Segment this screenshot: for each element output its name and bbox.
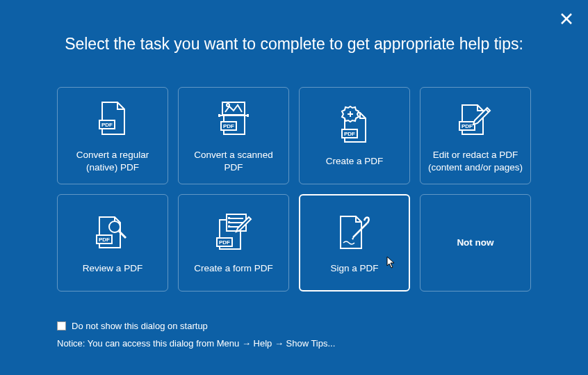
tile-label: Convert a scanned PDF <box>186 149 281 173</box>
tile-label: Edit or redact a PDF (content and/or pag… <box>427 149 523 173</box>
tile-not-now[interactable]: Not now <box>420 194 531 292</box>
tile-sign[interactable]: Sign a PDF <box>299 194 410 292</box>
svg-rect-6 <box>222 102 245 115</box>
svg-rect-8 <box>220 115 247 116</box>
svg-rect-30 <box>228 225 230 228</box>
tile-form[interactable]: PDF Create a form PDF <box>178 194 289 292</box>
svg-text:PDF: PDF <box>99 237 110 243</box>
tile-label: Not now <box>457 237 493 249</box>
tile-create[interactable]: PDF Create a PDF <box>299 87 410 184</box>
dont-show-label[interactable]: Do not show this dialog on startup <box>72 321 208 331</box>
close-button[interactable] <box>560 13 573 28</box>
svg-text:PDF: PDF <box>462 123 473 129</box>
form-pdf-icon: PDF <box>214 211 253 253</box>
dialog-title: Select the task you want to complete to … <box>0 0 588 54</box>
tile-label: Convert a regular (native) PDF <box>65 149 161 173</box>
tile-review[interactable]: PDF Review a PDF <box>57 194 168 292</box>
tile-label: Review a PDF <box>83 262 142 275</box>
tile-label: Create a form PDF <box>194 262 272 275</box>
pdf-file-icon: PDF <box>98 97 127 139</box>
svg-rect-10 <box>247 114 249 117</box>
edit-pdf-icon: PDF <box>458 97 493 139</box>
tile-edit[interactable]: PDF Edit or redact a PDF (content and/or… <box>420 87 531 184</box>
review-pdf-icon: PDF <box>95 211 130 253</box>
svg-text:PDF: PDF <box>219 239 230 246</box>
svg-text:PDF: PDF <box>344 131 355 137</box>
tile-label: Sign a PDF <box>330 262 378 275</box>
tile-label: Create a PDF <box>326 155 384 168</box>
svg-rect-28 <box>228 217 230 219</box>
footer: Do not show this dialog on startup Notic… <box>57 321 335 349</box>
tile-convert-scanned[interactable]: PDF Convert a scanned PDF <box>178 87 289 184</box>
svg-text:PDF: PDF <box>101 122 113 128</box>
create-pdf-icon: PDF <box>338 104 371 145</box>
close-icon <box>560 13 573 25</box>
svg-text:PDF: PDF <box>223 123 234 129</box>
task-grid: PDF Convert a regular (native) PDF PDF C… <box>52 87 536 292</box>
dont-show-checkbox[interactable] <box>57 321 66 330</box>
tile-convert-native[interactable]: PDF Convert a regular (native) PDF <box>57 87 168 184</box>
footer-notice: Notice: You can access this dialog from … <box>57 338 335 349</box>
scanned-pdf-icon: PDF <box>215 97 252 139</box>
sign-pdf-icon <box>335 211 374 253</box>
svg-point-20 <box>109 221 120 232</box>
svg-rect-9 <box>218 114 220 117</box>
svg-rect-29 <box>228 221 230 223</box>
